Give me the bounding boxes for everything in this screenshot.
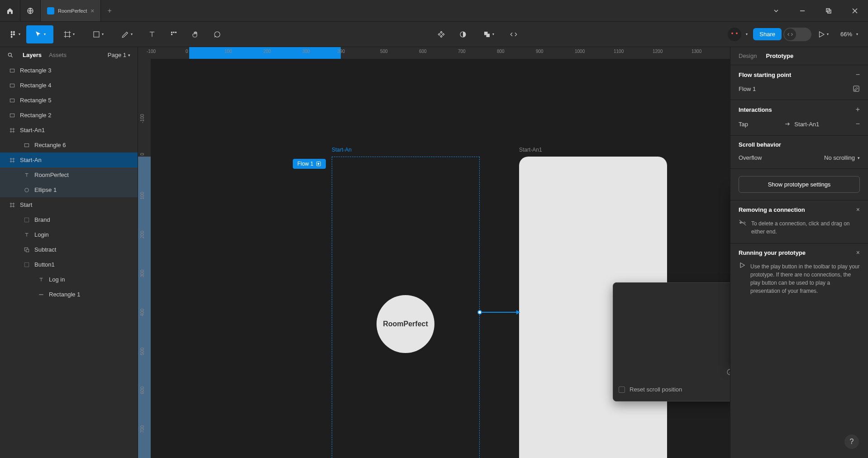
hand-tool[interactable] xyxy=(186,25,205,43)
comment-tool[interactable] xyxy=(207,25,227,43)
frame-label-1[interactable]: Start-An xyxy=(332,147,352,153)
canvas[interactable]: -200-10001002003003905006007008009001000… xyxy=(138,47,730,458)
layer-item[interactable]: Rectangle 2 xyxy=(0,108,138,123)
svg-rect-6 xyxy=(10,31,12,33)
disconnect-icon xyxy=(739,219,747,227)
devmode-knob xyxy=(784,29,796,40)
titlebar-left: RoomPerfect × + xyxy=(0,0,118,21)
new-tab-button[interactable]: + xyxy=(101,0,118,21)
layer-item[interactable]: Start-An1 xyxy=(0,123,138,138)
mask-icon xyxy=(459,30,467,38)
layer-list: Rectangle 3Rectangle 4Rectangle 5Rectang… xyxy=(0,63,138,302)
layer-item[interactable]: Ellipse 1 xyxy=(0,182,138,197)
pen-icon xyxy=(121,30,129,38)
show-prototype-settings-button[interactable]: Show prototype settings xyxy=(739,176,860,193)
window-close[interactable] xyxy=(842,0,868,22)
shape-tool[interactable]: ▾ xyxy=(84,25,111,43)
layer-item[interactable]: Start-An xyxy=(0,153,138,167)
devmode-inspect[interactable] xyxy=(504,25,524,43)
frame-label-2[interactable]: Start-An1 xyxy=(519,147,542,153)
reset-scroll-checkbox-row[interactable]: Reset scroll position xyxy=(619,383,730,396)
present-button[interactable]: ▾ xyxy=(813,25,833,43)
chevron-down-icon: ▾ xyxy=(492,32,494,36)
text-icon xyxy=(148,30,156,38)
window-chevron[interactable] xyxy=(763,0,789,22)
search-icon[interactable] xyxy=(7,52,14,58)
overflow-dropdown[interactable]: No scrolling ▾ xyxy=(824,154,860,161)
layer-item[interactable]: Subtract xyxy=(0,242,138,257)
ruler-vertical: -1000100200300400500600700844 xyxy=(138,59,151,458)
window-minimize[interactable] xyxy=(789,0,816,22)
svg-rect-15 xyxy=(94,32,99,37)
globe-tab[interactable] xyxy=(20,0,41,21)
assets-tab[interactable]: Assets xyxy=(49,52,67,58)
figma-menu-button[interactable]: ▾ xyxy=(5,25,24,43)
info-icon[interactable] xyxy=(726,368,730,376)
chevron-down-icon: ▾ xyxy=(19,32,20,36)
scroll-title: Scroll behavior xyxy=(739,141,781,148)
ellipse-roomperfect[interactable]: RoomPerfect xyxy=(377,295,434,353)
boolean-tool[interactable]: ▾ xyxy=(475,25,502,43)
svg-rect-24 xyxy=(486,33,490,37)
mask-tool[interactable] xyxy=(453,25,473,43)
minus-icon[interactable]: − xyxy=(856,120,860,128)
layer-item[interactable]: Rectangle 3 xyxy=(0,63,138,78)
user-avatar[interactable]: ▾ xyxy=(728,28,741,41)
close-icon[interactable]: × xyxy=(856,206,860,213)
prototype-tab[interactable]: Prototype xyxy=(766,52,793,59)
layer-item[interactable]: Rectangle 6 xyxy=(0,138,138,153)
help-button[interactable]: ? xyxy=(844,434,859,449)
close-icon[interactable]: × xyxy=(856,249,860,256)
window-maximize[interactable] xyxy=(816,0,842,22)
layer-item[interactable]: Log in xyxy=(0,272,138,287)
connector-start-dot[interactable] xyxy=(477,310,482,315)
page-selector[interactable]: Page 1 ▾ xyxy=(108,52,130,58)
resources-tool[interactable] xyxy=(164,25,184,43)
interaction-row[interactable]: Tap Start-An1 − xyxy=(739,118,860,130)
plus-icon: + xyxy=(107,7,111,15)
layer-label: Rectangle 3 xyxy=(20,67,51,74)
layer-item[interactable]: RoomPerfect xyxy=(0,167,138,182)
text-tool[interactable] xyxy=(142,25,162,43)
zoom-control[interactable]: 66% ▾ xyxy=(835,31,863,38)
flow-badge[interactable]: Flow 1 xyxy=(293,159,326,169)
checkbox-icon[interactable] xyxy=(619,386,625,393)
design-tab[interactable]: Design xyxy=(739,52,757,59)
edit-icon[interactable] xyxy=(853,85,860,92)
layer-item[interactable]: Rectangle 5 xyxy=(0,93,138,108)
layer-item[interactable]: Button1 xyxy=(0,257,138,272)
svg-point-9 xyxy=(13,33,15,35)
plus-icon[interactable]: + xyxy=(856,105,860,114)
layer-item[interactable]: Rectangle 1 xyxy=(0,287,138,302)
chevron-down-icon: ▾ xyxy=(827,32,829,36)
layer-item[interactable]: Start xyxy=(0,197,138,212)
frame-tool[interactable]: ▾ xyxy=(55,25,82,43)
layer-item[interactable]: Brand xyxy=(0,212,138,227)
right-panel: Design Prototype Flow starting point − F… xyxy=(730,47,868,458)
chevron-down-icon: ▾ xyxy=(858,156,860,160)
file-tab[interactable]: RoomPerfect × xyxy=(41,0,101,21)
svg-rect-74 xyxy=(854,86,859,91)
move-tool[interactable]: ▾ xyxy=(26,25,53,43)
layer-item[interactable]: Rectangle 4 xyxy=(0,78,138,93)
devmode-toggle[interactable] xyxy=(783,28,811,41)
pen-tool[interactable]: ▾ xyxy=(113,25,140,43)
close-tab-icon[interactable]: × xyxy=(91,7,94,14)
minus-icon[interactable]: − xyxy=(856,71,860,79)
chevron-down-icon: ▾ xyxy=(128,53,130,57)
removing-help-text: To delete a connection, click and drag o… xyxy=(751,218,860,238)
layer-label: Start-An1 xyxy=(20,127,45,134)
share-button[interactable]: Share xyxy=(753,28,782,40)
component-tool[interactable] xyxy=(431,25,451,43)
svg-rect-8 xyxy=(10,33,12,35)
layer-item[interactable]: Login xyxy=(0,227,138,242)
flow-name[interactable]: Flow 1 xyxy=(739,86,756,92)
connector-line[interactable] xyxy=(482,312,516,313)
home-tab[interactable] xyxy=(0,0,20,21)
layer-label: Rectangle 5 xyxy=(20,97,51,104)
ruler-horizontal: -200-10001002003003905006007008009001000… xyxy=(151,47,730,59)
connector-arrow xyxy=(516,310,520,315)
layer-label: Rectangle 4 xyxy=(20,82,51,89)
layers-tab[interactable]: Layers xyxy=(23,52,42,58)
svg-rect-54 xyxy=(24,262,29,267)
